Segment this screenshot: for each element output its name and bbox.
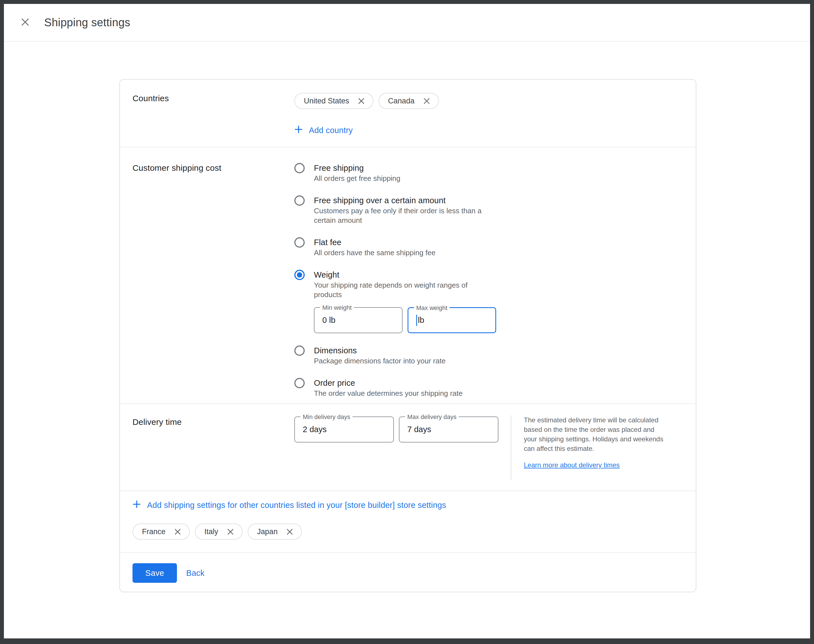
- info-divider: [511, 416, 511, 480]
- max-delivery-days-field[interactable]: Max delivery days 7 days: [399, 417, 498, 443]
- max-weight-field-label: Max weight: [414, 304, 449, 312]
- chip-label: Italy: [204, 527, 218, 536]
- page-title: Shipping settings: [44, 4, 130, 41]
- remove-country-icon[interactable]: [423, 97, 431, 105]
- delivery-time-label: Delivery time: [132, 417, 294, 428]
- remove-country-icon[interactable]: [286, 528, 293, 535]
- remove-country-icon[interactable]: [227, 528, 234, 535]
- header: Shipping settings: [4, 4, 810, 41]
- chip-label: United States: [304, 97, 349, 105]
- shipping-settings-dialog: Shipping settings Countries United State…: [4, 4, 810, 638]
- countries-section: Countries United States Canada: [120, 80, 696, 147]
- radio-order-price[interactable]: [294, 378, 305, 388]
- remove-country-icon[interactable]: [357, 97, 365, 105]
- add-other-countries-link[interactable]: Add shipping settings for other countrie…: [132, 500, 446, 511]
- chip-label: France: [142, 527, 166, 536]
- max-weight-value: lb: [418, 316, 424, 325]
- radio-free-shipping[interactable]: [294, 163, 305, 173]
- country-chip-united-states[interactable]: United States: [294, 93, 374, 109]
- option-free-shipping-over-amount: Free shipping over a certain amount Cust…: [294, 195, 696, 225]
- close-icon: [20, 17, 30, 28]
- radio-weight[interactable]: [294, 270, 305, 280]
- option-dimensions: Dimensions Package dimensions factor int…: [294, 345, 696, 366]
- max-delivery-days-label: Max delivery days: [405, 413, 459, 421]
- save-button[interactable]: Save: [132, 563, 177, 583]
- radio-free-shipping-over-amount[interactable]: [294, 195, 305, 206]
- option-free-shipping: Free shipping All orders get free shippi…: [294, 163, 696, 183]
- min-weight-field-label: Min weight: [320, 304, 354, 311]
- min-delivery-days-value: 2 days: [303, 425, 327, 434]
- radio-flat-fee[interactable]: [294, 237, 305, 248]
- country-chip-row: United States Canada: [294, 93, 696, 109]
- shipping-cost-label: Customer shipping cost: [132, 163, 294, 173]
- country-chip-japan[interactable]: Japan: [248, 523, 302, 540]
- chip-label: Japan: [257, 527, 278, 536]
- min-weight-value: 0 lb: [322, 316, 336, 325]
- min-delivery-days-label: Min delivery days: [300, 413, 353, 421]
- learn-more-link[interactable]: Learn more about delivery times: [524, 461, 620, 469]
- close-button[interactable]: [20, 17, 31, 28]
- footer-actions: Save Back: [120, 553, 696, 592]
- delivery-info-text: The estimated delivery time will be calc…: [524, 416, 664, 453]
- countries-label: Countries: [132, 93, 294, 104]
- option-order-price: Order price The order value determines y…: [294, 377, 696, 398]
- settings-card: Countries United States Canada: [120, 79, 696, 592]
- remove-country-icon[interactable]: [174, 528, 181, 535]
- delivery-info-panel: The estimated delivery time will be calc…: [524, 416, 664, 469]
- radio-dimensions[interactable]: [294, 345, 305, 356]
- shipping-cost-section: Customer shipping cost Free shipping All…: [120, 147, 696, 404]
- plus-icon: [294, 125, 303, 136]
- min-delivery-days-field[interactable]: Min delivery days 2 days: [294, 417, 394, 443]
- min-weight-field[interactable]: Min weight 0 lb: [314, 307, 403, 333]
- plus-icon: [132, 500, 141, 511]
- back-link[interactable]: Back: [186, 563, 205, 583]
- country-chip-france[interactable]: France: [132, 523, 190, 540]
- text-cursor: [416, 315, 417, 326]
- max-delivery-days-value: 7 days: [407, 425, 431, 434]
- max-weight-field[interactable]: Max weight lb: [408, 307, 496, 333]
- other-country-chip-row: France Italy: [132, 523, 696, 540]
- other-countries-section: Add shipping settings for other countrie…: [120, 491, 696, 553]
- country-chip-canada[interactable]: Canada: [379, 93, 439, 109]
- option-weight: Weight Your shipping rate depends on wei…: [294, 269, 696, 333]
- add-country-link[interactable]: Add country: [294, 125, 353, 136]
- delivery-time-section: Delivery time Min delivery days 2 days M…: [120, 404, 696, 491]
- chip-label: Canada: [388, 97, 415, 105]
- country-chip-italy[interactable]: Italy: [195, 523, 243, 540]
- option-flat-fee: Flat fee All orders have the same shippi…: [294, 237, 696, 258]
